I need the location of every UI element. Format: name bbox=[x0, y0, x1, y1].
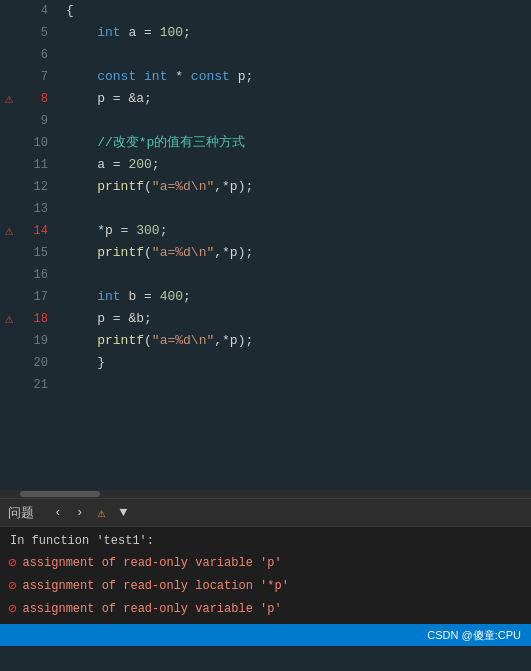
line-number: 7 bbox=[18, 66, 56, 88]
table-row: 6 bbox=[0, 44, 531, 66]
status-text: CSDN @傻童:CPU bbox=[427, 628, 521, 643]
line-number: 9 bbox=[18, 110, 56, 132]
line-number: 14 bbox=[18, 220, 56, 242]
status-bar: CSDN @傻童:CPU bbox=[0, 624, 531, 646]
table-row: 4{ bbox=[0, 0, 531, 22]
problems-tab-label[interactable]: 问题 bbox=[8, 504, 34, 522]
table-row: 19 printf("a=%d\n",*p); bbox=[0, 330, 531, 352]
error-gutter bbox=[0, 264, 18, 286]
error-list: ⊘assignment of read-only variable 'p'⊘as… bbox=[0, 551, 531, 620]
table-row: 20 } bbox=[0, 352, 531, 374]
panel-section-header: In function 'test1': bbox=[0, 531, 531, 551]
code-line-content: printf("a=%d\n",*p); bbox=[56, 330, 531, 352]
table-row: ⚠14 *p = 300; bbox=[0, 220, 531, 242]
error-gutter bbox=[0, 0, 18, 22]
panel-content: In function 'test1': ⊘assignment of read… bbox=[0, 527, 531, 624]
prev-icon[interactable]: ‹ bbox=[50, 503, 66, 522]
line-number: 19 bbox=[18, 330, 56, 352]
filter-icon[interactable]: ▼ bbox=[115, 503, 131, 522]
code-line-content: printf("a=%d\n",*p); bbox=[56, 242, 531, 264]
error-gutter bbox=[0, 198, 18, 220]
error-gutter bbox=[0, 110, 18, 132]
line-number: 15 bbox=[18, 242, 56, 264]
error-gutter bbox=[0, 352, 18, 374]
code-line-content: *p = 300; bbox=[56, 220, 531, 242]
warning-icon[interactable]: ⚠ bbox=[94, 503, 110, 523]
horizontal-scrollbar[interactable] bbox=[0, 490, 531, 498]
table-row: 12 printf("a=%d\n",*p); bbox=[0, 176, 531, 198]
error-gutter bbox=[0, 44, 18, 66]
panel-tab-bar: 问题 ‹ › ⚠ ▼ bbox=[0, 499, 531, 527]
problems-panel: 问题 ‹ › ⚠ ▼ In function 'test1': ⊘assignm… bbox=[0, 498, 531, 624]
code-line-content: printf("a=%d\n",*p); bbox=[56, 176, 531, 198]
code-line-content: a = 200; bbox=[56, 154, 531, 176]
error-gutter bbox=[0, 176, 18, 198]
table-row: 5 int a = 100; bbox=[0, 22, 531, 44]
code-line-content: int a = 100; bbox=[56, 22, 531, 44]
panel-tab-icons: ‹ › ⚠ ▼ bbox=[50, 503, 131, 523]
table-row: 16 bbox=[0, 264, 531, 286]
code-line-content: const int * const p; bbox=[56, 66, 531, 88]
error-gutter bbox=[0, 132, 18, 154]
error-row[interactable]: ⊘assignment of read-only variable 'p' bbox=[0, 551, 531, 574]
table-row: ⚠8 p = &a; bbox=[0, 88, 531, 110]
line-number: 21 bbox=[18, 374, 56, 396]
next-icon[interactable]: › bbox=[72, 503, 88, 522]
error-icon: ⊘ bbox=[8, 600, 16, 617]
error-row[interactable]: ⊘assignment of read-only location '*p' bbox=[0, 574, 531, 597]
error-gutter: ⚠ bbox=[0, 308, 18, 330]
table-row: ⚠18 p = &b; bbox=[0, 308, 531, 330]
error-message: assignment of read-only variable 'p' bbox=[22, 602, 281, 616]
line-number: 10 bbox=[18, 132, 56, 154]
error-icon: ⊘ bbox=[8, 554, 16, 571]
table-row: 7 const int * const p; bbox=[0, 66, 531, 88]
line-number: 13 bbox=[18, 198, 56, 220]
error-row[interactable]: ⊘assignment of read-only variable 'p' bbox=[0, 597, 531, 620]
table-row: 10 //改变*p的值有三种方式 bbox=[0, 132, 531, 154]
table-row: 15 printf("a=%d\n",*p); bbox=[0, 242, 531, 264]
error-gutter bbox=[0, 330, 18, 352]
line-number: 18 bbox=[18, 308, 56, 330]
error-message: assignment of read-only variable 'p' bbox=[22, 556, 281, 570]
code-editor: 4{5 int a = 100;67 const int * const p;⚠… bbox=[0, 0, 531, 490]
error-message: assignment of read-only location '*p' bbox=[22, 579, 288, 593]
table-row: 21 bbox=[0, 374, 531, 396]
code-line-content: p = &a; bbox=[56, 88, 531, 110]
line-number: 12 bbox=[18, 176, 56, 198]
error-gutter: ⚠ bbox=[0, 220, 18, 242]
line-number: 8 bbox=[18, 88, 56, 110]
line-number: 20 bbox=[18, 352, 56, 374]
error-icon: ⊘ bbox=[8, 577, 16, 594]
code-line-content bbox=[56, 44, 531, 66]
table-row: 11 a = 200; bbox=[0, 154, 531, 176]
line-number: 4 bbox=[18, 0, 56, 22]
code-line-content bbox=[56, 374, 531, 396]
code-line-content bbox=[56, 110, 531, 132]
error-gutter bbox=[0, 154, 18, 176]
line-number: 5 bbox=[18, 22, 56, 44]
code-line-content: //改变*p的值有三种方式 bbox=[56, 132, 531, 154]
error-gutter bbox=[0, 374, 18, 396]
error-gutter: ⚠ bbox=[0, 88, 18, 110]
line-number: 17 bbox=[18, 286, 56, 308]
line-number: 11 bbox=[18, 154, 56, 176]
table-row: 9 bbox=[0, 110, 531, 132]
error-gutter bbox=[0, 286, 18, 308]
code-line-content bbox=[56, 264, 531, 286]
code-line-content: { bbox=[56, 0, 531, 22]
line-number: 16 bbox=[18, 264, 56, 286]
table-row: 17 int b = 400; bbox=[0, 286, 531, 308]
code-line-content: p = &b; bbox=[56, 308, 531, 330]
code-line-content: } bbox=[56, 352, 531, 374]
table-row: 13 bbox=[0, 198, 531, 220]
error-gutter bbox=[0, 22, 18, 44]
error-gutter bbox=[0, 242, 18, 264]
line-number: 6 bbox=[18, 44, 56, 66]
error-gutter bbox=[0, 66, 18, 88]
code-line-content bbox=[56, 198, 531, 220]
code-line-content: int b = 400; bbox=[56, 286, 531, 308]
scroll-thumb[interactable] bbox=[20, 491, 100, 497]
